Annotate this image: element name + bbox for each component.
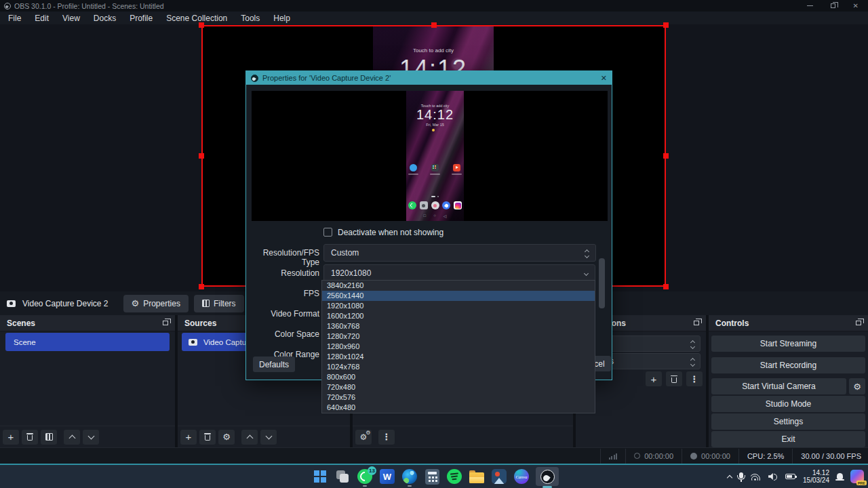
filters-button[interactable]: Filters [194,295,244,312]
restore-icon[interactable] [831,3,835,8]
word-button[interactable]: W [379,468,395,485]
popout-icon[interactable] [856,321,861,325]
window-title: OBS 30.1.0 - Profile: Untitled - Scenes:… [14,2,164,10]
advanced-audio-button[interactable]: ⚙ [355,430,372,445]
minimize-icon[interactable] [807,5,813,7]
double-gear-icon: ⚙ [360,432,368,442]
menu-view[interactable]: View [56,12,87,24]
resize-handle-top-left[interactable] [199,22,204,28]
transition-menu-button[interactable]: ⋮ [686,371,703,386]
spotify-button[interactable] [446,468,462,485]
copilot-icon[interactable]: PRE [850,470,864,483]
menu-profile[interactable]: Profile [123,12,159,24]
file-explorer-button[interactable] [469,468,485,485]
start-streaming-button[interactable]: Start Streaming [711,336,865,352]
remove-transition-button[interactable] [666,371,682,386]
resolution-option[interactable]: 3840x2160 [322,281,595,291]
start-virtual-camera-button[interactable]: Start Virtual Camera [711,378,846,394]
phone-dock [408,201,462,209]
resolution-option[interactable]: 2560x1440 [322,291,595,301]
resolution-option[interactable]: 1600x1200 [322,311,595,321]
menu-edit[interactable]: Edit [28,12,56,24]
start-button[interactable] [312,468,328,485]
obs-icon [540,470,555,484]
defaults-button[interactable]: Defaults [253,357,295,372]
resolution-option[interactable]: 1280x960 [322,342,595,352]
popout-icon[interactable] [163,321,168,325]
settings-button[interactable]: Settings [711,413,865,430]
scene-filters-button[interactable] [41,430,57,445]
captured-phone-screen: Touch to add city 14:12 Fri, Mar 15 [406,91,464,221]
spinner-arrows-icon[interactable] [691,340,694,348]
resize-handle-mid-right[interactable] [663,153,669,159]
spinner-arrows-icon[interactable] [585,249,589,258]
wifi-icon[interactable] [751,473,761,481]
close-icon[interactable]: ✕ [853,3,859,9]
deactivate-checkbox-label[interactable]: Deactivate when not showing [338,228,443,237]
remove-scene-button[interactable] [22,430,38,445]
whatsapp-button[interactable]: 13 [357,468,373,485]
dialog-scrollbar[interactable] [599,258,605,308]
menu-help[interactable]: Help [267,12,297,24]
battery-icon[interactable] [785,474,795,479]
resolution-option[interactable]: 800x600 [322,372,595,382]
scene-up-button[interactable] [64,430,80,445]
studio-mode-button[interactable]: Studio Mode [711,396,865,412]
remove-source-button[interactable] [199,430,216,445]
calculator-button[interactable] [424,468,440,485]
source-up-button[interactable] [241,430,258,445]
controls-panel: Controls Start Streaming Start Recording… [709,315,868,447]
menu-tools[interactable]: Tools [234,12,267,24]
resolution-option[interactable]: 868x488 [322,331,595,342]
add-source-button[interactable]: + [180,430,197,445]
resolution-label: Resolution [246,268,319,278]
edge-button[interactable] [401,468,418,485]
virtual-camera-settings-button[interactable]: ⚙ [849,378,865,394]
add-scene-button[interactable]: + [3,430,19,445]
source-down-button[interactable] [260,430,277,445]
menu-docks[interactable]: Docks [87,12,123,24]
hidden-icons-chevron[interactable] [727,474,732,480]
resolution-option[interactable]: 1920x1080 [322,301,595,311]
resolution-option[interactable]: 1024x768 [322,362,595,372]
popout-icon[interactable] [694,321,699,325]
scene-list-item[interactable]: Scene [5,333,170,351]
canva-button[interactable]: Canva [513,468,530,485]
exit-button[interactable]: Exit [711,431,865,447]
task-view-button[interactable] [334,468,351,485]
tray-clock[interactable]: 14.12 15/03/24 [803,469,829,485]
resize-handle-bottom-right[interactable] [663,284,669,289]
volume-icon[interactable] [768,473,778,480]
record-icon [690,453,697,460]
source-toolbar-label: Video Capture Device 2 [22,299,108,308]
resize-handle-top-right[interactable] [663,22,669,28]
resize-handle-bottom-left[interactable] [199,284,204,289]
resolution-option[interactable]: 720x480 [322,382,595,392]
properties-button[interactable]: ⚙Properties [123,295,189,312]
menu-file[interactable]: File [1,12,28,24]
menu-scene-collection[interactable]: Scene Collection [159,12,234,24]
notification-bell-icon[interactable] [837,473,843,479]
windows-taskbar: 13 W Canva 14.12 15/03/24 PRE [0,465,868,488]
mixer-menu-button[interactable]: ⋮ [378,430,395,445]
resolution-option[interactable]: 1360x768 [322,321,595,331]
resize-handle-mid-left[interactable] [199,153,204,159]
dialog-close-icon[interactable]: ✕ [601,74,607,83]
dialog-titlebar[interactable]: Properties for 'Video Capture Device 2' … [246,71,612,85]
source-properties-button[interactable]: ⚙ [218,430,235,445]
resolution-option[interactable]: 720x576 [322,392,595,403]
add-transition-button[interactable]: + [646,371,662,386]
start-recording-button[interactable]: Start Recording [711,357,865,373]
microphone-icon[interactable] [739,472,743,479]
obs-taskbar-button[interactable] [536,467,559,486]
resolution-fps-type-select[interactable]: Custom [323,244,596,262]
resize-handle-top-center[interactable] [431,22,437,28]
photos-button[interactable] [491,468,507,485]
deactivate-checkbox[interactable] [323,228,332,237]
spinner-arrows-icon[interactable] [691,357,694,366]
resolution-option[interactable]: 640x480 [322,403,595,413]
resolution-option[interactable]: 1280x1024 [322,352,595,362]
resolution-dropdown-list: 3840x21602560x14401920x10801600x12001360… [321,280,595,413]
gear-icon: ⚙ [132,299,140,308]
scene-down-button[interactable] [83,430,99,445]
